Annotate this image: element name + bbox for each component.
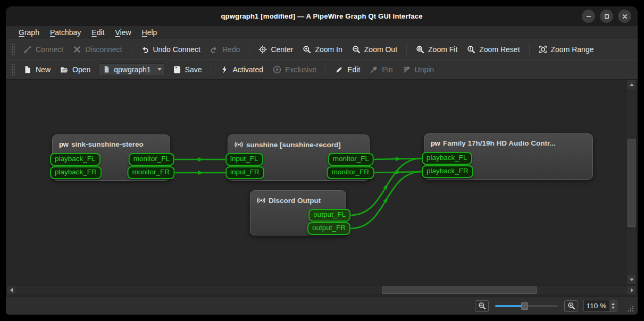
- zoom-out-icon: [478, 302, 486, 310]
- save-icon: [173, 65, 181, 74]
- port-monitor-fl[interactable]: monitor_FL: [129, 153, 174, 166]
- port-wrap: monitor_FR: [127, 166, 174, 179]
- toolbar-button-label: Zoom In: [315, 45, 342, 54]
- zoom-range-icon: [539, 45, 547, 54]
- menu-edit[interactable]: Edit: [86, 27, 110, 38]
- menu-patchbay[interactable]: Patchbay: [45, 27, 86, 38]
- toolbar-drag-handle[interactable]: [11, 64, 15, 75]
- new-button[interactable]: New: [19, 63, 55, 77]
- toolbar-separator: [211, 63, 211, 76]
- edit-button[interactable]: Edit: [330, 63, 365, 77]
- unpin-button: Unpin: [398, 63, 439, 77]
- port-playback-fr[interactable]: playback_FR: [50, 166, 102, 179]
- port-playback-fl[interactable]: playback_FL: [50, 153, 101, 166]
- toolbar-button-label: Redo: [222, 45, 240, 54]
- combobox-value: qpwgraph1: [114, 65, 150, 74]
- zoom-value[interactable]: 110 %: [584, 300, 609, 311]
- close-icon: [621, 12, 629, 21]
- port-wrap: output_FR: [307, 222, 350, 235]
- graph-canvas-area: pwsink-sunshine-stereoplayback_FLplaybac…: [6, 79, 638, 297]
- zoom-range-button[interactable]: Zoom Range: [534, 43, 599, 56]
- port-playback-fr[interactable]: playback_FR: [422, 165, 473, 178]
- vertical-scrollbar[interactable]: [626, 80, 637, 284]
- patchbay-profile-combobox[interactable]: qpwgraph1: [98, 63, 164, 76]
- port-monitor-fr[interactable]: monitor_FR: [327, 166, 374, 179]
- toolbar-button-label: Activated: [232, 65, 263, 74]
- scroll-down-button[interactable]: [627, 275, 636, 284]
- redo-button: Redo: [205, 43, 245, 56]
- status-bar: 110 %: [6, 297, 638, 315]
- port-monitor-fr[interactable]: monitor_FR: [127, 166, 174, 179]
- port-wrap: monitor_FL: [129, 153, 174, 166]
- horizontal-scrollbar-thumb[interactable]: [382, 286, 537, 294]
- connection-arrow: [383, 183, 389, 190]
- unpin-icon: [403, 65, 411, 74]
- minimize-button[interactable]: [582, 10, 595, 23]
- port-output-fl[interactable]: output_FL: [308, 209, 350, 222]
- save-button[interactable]: Save: [168, 63, 207, 77]
- zoom-in-button[interactable]: [564, 300, 578, 312]
- port-playback-fl[interactable]: playback_FL: [422, 152, 472, 165]
- scroll-left-button[interactable]: [7, 286, 15, 294]
- toolbar-button-label: Zoom Range: [551, 45, 594, 54]
- connect-button: Connect: [19, 43, 68, 56]
- title-bar[interactable]: qpwgraph1 [modified] — A PipeWire Graph …: [6, 6, 638, 26]
- vertical-scrollbar-thumb[interactable]: [628, 139, 635, 227]
- close-button[interactable]: [618, 10, 631, 23]
- toolbar-button-label: New: [36, 65, 51, 74]
- toolbar-button-label: Unpin: [415, 65, 434, 74]
- zoom-slider-handle[interactable]: [521, 302, 528, 310]
- window-controls: [582, 10, 631, 23]
- zoom-reset-button[interactable]: Zoom Reset: [462, 43, 524, 56]
- open-button[interactable]: Open: [55, 63, 95, 77]
- minimize-icon: [584, 12, 593, 21]
- zoom-slider[interactable]: [495, 300, 558, 312]
- undo-connect-button[interactable]: Undo Connect: [136, 43, 205, 56]
- port-output-fr[interactable]: output_FR: [307, 222, 350, 235]
- activated-button[interactable]: Activated: [215, 63, 268, 77]
- edit-icon: [335, 65, 344, 74]
- toolbar-button-label: Connect: [36, 45, 63, 54]
- menu-help[interactable]: Help: [137, 27, 163, 38]
- zoom-out-button[interactable]: Zoom Out: [347, 43, 402, 56]
- port-wrap: output_FL: [308, 209, 350, 222]
- toolbar-drag-handle[interactable]: [11, 44, 15, 55]
- undo-icon: [140, 45, 149, 54]
- port-monitor-fl[interactable]: monitor_FL: [328, 153, 374, 166]
- horizontal-scrollbar[interactable]: [6, 285, 637, 295]
- toolbar-button-label: Save: [185, 65, 202, 74]
- center-icon: [258, 45, 267, 54]
- file-icon: [103, 65, 111, 73]
- zoom-reset-icon: [467, 45, 475, 54]
- zoom-in-button[interactable]: Zoom In: [298, 43, 347, 56]
- resize-grip[interactable]: [626, 304, 634, 312]
- bolt-circle-icon: [273, 65, 281, 74]
- zoom-spin-arrows[interactable]: [609, 300, 617, 311]
- toolbar-separator: [406, 43, 407, 56]
- menu-graph[interactable]: Graph: [13, 27, 45, 38]
- toolbar-separator: [325, 63, 326, 76]
- graph-canvas[interactable]: pwsink-sunshine-stereoplayback_FLplaybac…: [6, 80, 625, 285]
- zoom-spinbox[interactable]: 110 %: [583, 300, 617, 312]
- disconnect-button: Disconnect: [68, 43, 127, 56]
- disconnect-icon: [73, 45, 81, 54]
- pin-icon: [370, 65, 378, 74]
- center-button[interactable]: Center: [254, 43, 298, 56]
- connect-icon: [23, 45, 32, 54]
- zoom-fit-icon: [416, 45, 424, 54]
- connections-layer: [6, 80, 625, 285]
- maximize-button[interactable]: [600, 10, 613, 23]
- zoom-out-button[interactable]: [475, 300, 489, 312]
- chevron-down-icon: [157, 68, 162, 71]
- toolbar-button-label: Zoom Out: [364, 45, 397, 54]
- port-wrap: monitor_FR: [327, 166, 374, 179]
- redo-icon: [210, 45, 219, 54]
- toolbar-graph: ConnectDisconnectUndo ConnectRedoCenterZ…: [6, 39, 638, 59]
- port-input-fr[interactable]: input_FR: [225, 166, 264, 179]
- zoom-fit-button[interactable]: Zoom Fit: [411, 43, 462, 56]
- scroll-up-button[interactable]: [627, 80, 636, 89]
- menu-view[interactable]: View: [110, 27, 136, 38]
- toolbar-button-label: Pin: [382, 65, 392, 74]
- scroll-right-button[interactable]: [628, 286, 636, 294]
- port-input-fl[interactable]: input_FL: [225, 153, 263, 166]
